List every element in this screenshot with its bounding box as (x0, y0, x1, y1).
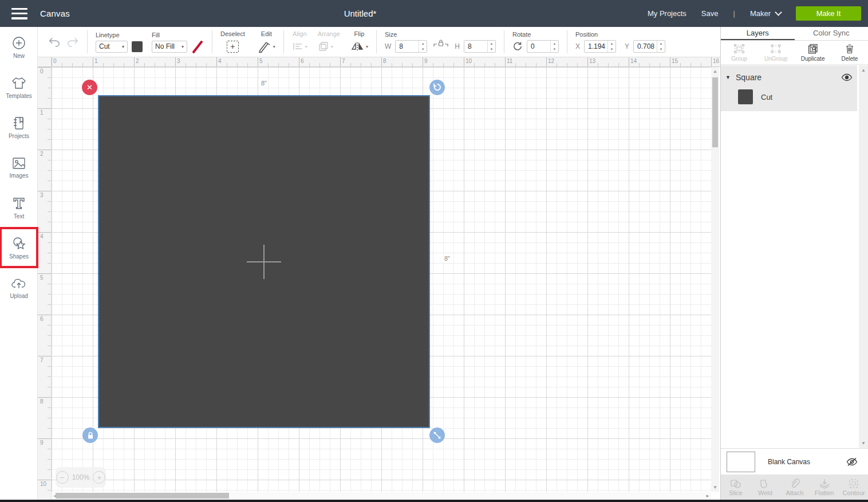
layer-name[interactable]: Square (736, 73, 841, 82)
panel-scrollbar[interactable]: ▲ ▼ (859, 65, 868, 448)
position-group: Position X ▲▼ Y ▲▼ (575, 31, 665, 53)
h-scroll-thumb[interactable] (56, 493, 229, 499)
sidebar-item-label: Text (14, 213, 24, 219)
height-input: ▲▼ (464, 40, 496, 53)
redo-icon[interactable] (66, 36, 79, 48)
sidebar-item-projects[interactable]: Projects (0, 107, 38, 147)
sidebar-item-new[interactable]: New (0, 27, 38, 67)
blank-canvas-swatch (727, 452, 755, 472)
slice-button: Slice (721, 479, 751, 496)
v-scroll-thumb[interactable] (712, 77, 718, 147)
ruler-number: 10 (465, 58, 472, 64)
position-y-field[interactable] (634, 41, 657, 52)
close-icon: ✕ (86, 84, 93, 91)
layer-row-cut[interactable]: Cut (738, 89, 853, 104)
weld-icon (759, 479, 771, 489)
stepper-down-icon[interactable]: ▼ (419, 46, 427, 52)
dropdown-arrow-icon: ▾ (182, 44, 184, 49)
tab-layers[interactable]: Layers (721, 27, 795, 40)
make-it-button[interactable]: Make It (796, 6, 861, 21)
zoom-out-button[interactable]: − (56, 471, 69, 484)
align-group: Align ▾ (292, 30, 307, 53)
stepper-up-icon[interactable]: ▲ (419, 41, 427, 46)
image-icon (11, 156, 26, 170)
sidebar-item-templates[interactable]: Templates (0, 67, 38, 107)
flip-button[interactable]: ▾ (350, 40, 368, 53)
text-icon (11, 196, 26, 211)
shapes-icon (11, 236, 27, 251)
arrange-label: Arrange (318, 30, 340, 37)
stepper-down-icon[interactable]: ▼ (488, 46, 495, 52)
delete-button[interactable]: Delete (831, 43, 868, 62)
ruler-number: 5 (259, 58, 263, 64)
position-x-input: ▲▼ (584, 40, 616, 53)
stepper-up-icon[interactable]: ▲ (657, 41, 665, 46)
no-fill-pen-icon[interactable] (191, 41, 204, 52)
sidebar-item-text[interactable]: Text (0, 187, 38, 228)
document-title[interactable]: Untitled* (0, 9, 720, 18)
zoom-in-button[interactable]: + (93, 471, 105, 484)
sidebar-item-images[interactable]: Images (0, 147, 38, 187)
edit-button[interactable]: ▾ (258, 40, 275, 53)
canvas-vertical-scrollbar[interactable]: ▲ ▼ (711, 67, 719, 492)
sidebar-item-label: Projects (9, 133, 29, 139)
machine-selector[interactable]: Maker (750, 9, 781, 18)
topbar-divider: | (733, 9, 735, 18)
scroll-up-icon[interactable]: ▲ (713, 69, 717, 74)
linetype-dropdown[interactable]: Cut ▾ (96, 41, 128, 53)
rotate-field[interactable] (527, 41, 550, 52)
resize-handle[interactable] (429, 428, 445, 443)
ruler-number: 8 (383, 58, 386, 64)
fill-dropdown[interactable]: No Fill ▾ (152, 41, 187, 53)
height-field[interactable] (464, 41, 487, 52)
ruler-number: 11 (507, 58, 512, 64)
ruler-number: 4 (218, 58, 222, 64)
stepper-down-icon[interactable]: ▼ (551, 46, 558, 52)
stepper-up-icon[interactable]: ▲ (488, 41, 495, 46)
canvas-horizontal-scrollbar[interactable]: ◄ ► (52, 492, 711, 500)
layer-group-square[interactable]: ▼ Square Cut (721, 65, 857, 111)
crosshair-icon (263, 245, 265, 279)
selected-square-shape[interactable] (98, 95, 430, 428)
sidebar-item-upload[interactable]: Upload (0, 268, 38, 308)
tab-color-sync[interactable]: Color Sync (795, 27, 868, 40)
lock-handle[interactable] (82, 428, 98, 443)
scroll-down-icon[interactable]: ▼ (861, 441, 866, 446)
stepper-down-icon[interactable]: ▼ (608, 46, 616, 52)
layer-expander-icon[interactable]: ▼ (725, 74, 736, 80)
save-link[interactable]: Save (701, 9, 719, 18)
layer-operation: Cut (761, 93, 772, 101)
ruler-number: 6 (301, 58, 304, 64)
scroll-up-icon[interactable]: ▲ (861, 68, 866, 73)
my-projects-link[interactable]: My Projects (648, 9, 686, 18)
ruler-corner (38, 57, 52, 67)
ungroup-button: UnGroup (757, 43, 794, 62)
linetype-color-swatch[interactable] (132, 41, 143, 52)
ruler-number: 9 (424, 58, 428, 64)
position-y-input: ▲▼ (633, 40, 665, 53)
position-x-field[interactable] (585, 41, 607, 52)
rotate-handle[interactable] (429, 80, 445, 95)
width-axis-label: W (385, 42, 391, 50)
stepper-up-icon[interactable]: ▲ (551, 41, 558, 46)
duplicate-button[interactable]: Duplicate (795, 43, 831, 62)
stepper-up-icon[interactable]: ▲ (608, 41, 616, 46)
width-field[interactable] (396, 41, 419, 52)
eye-off-icon[interactable] (846, 457, 858, 466)
delete-handle[interactable]: ✕ (82, 80, 97, 95)
ruler-number: 13 (589, 58, 595, 64)
ruler-number: 9 (40, 440, 44, 446)
scroll-down-icon[interactable]: ▼ (713, 485, 717, 490)
eye-icon[interactable] (841, 73, 853, 81)
rotate-icon[interactable] (512, 41, 523, 52)
stepper-down-icon[interactable]: ▼ (657, 46, 665, 52)
scroll-right-icon[interactable]: ► (705, 493, 710, 499)
ruler-number: 3 (40, 192, 44, 198)
ruler-number: 2 (40, 151, 44, 157)
deselect-button[interactable]: + (220, 40, 245, 53)
size-lock-icon[interactable] (433, 38, 448, 48)
blank-canvas-row[interactable]: Blank Canvas (721, 448, 868, 474)
undo-icon[interactable] (48, 36, 61, 48)
sidebar-item-shapes[interactable]: Shapes (0, 228, 38, 268)
rotate-group: Rotate ▲▼ (512, 31, 559, 53)
